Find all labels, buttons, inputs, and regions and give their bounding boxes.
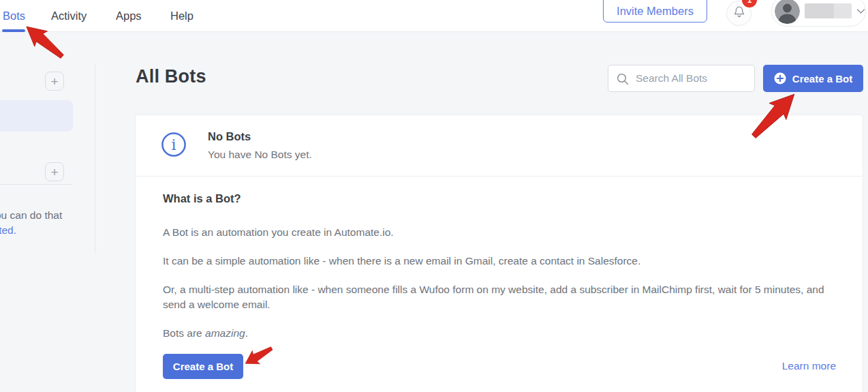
sidebar-selected-item[interactable] bbox=[0, 100, 73, 132]
sidebar-truncated-link[interactable]: rted. bbox=[0, 224, 16, 237]
svg-text:i: i bbox=[171, 136, 176, 153]
nav-tab-help[interactable]: Help bbox=[170, 0, 193, 32]
search-box bbox=[608, 65, 755, 92]
account-menu[interactable] bbox=[771, 0, 866, 27]
invite-members-button[interactable]: Invite Members bbox=[603, 0, 707, 22]
create-bot-button-top-label: Create a Bot bbox=[792, 73, 852, 85]
bots-card: i No Bots You have No Bots yet. What is … bbox=[135, 115, 863, 392]
avatar bbox=[775, 0, 800, 24]
create-bot-button-bottom[interactable]: Create a Bot bbox=[163, 354, 243, 379]
nav-tab-apps[interactable]: Apps bbox=[116, 0, 142, 32]
about-heading: What is a Bot? bbox=[163, 192, 241, 205]
about-paragraph-1: A Bot is an automation you create in Aut… bbox=[163, 225, 394, 240]
app-root: Bots Activity Apps Help Invite Members 1 bbox=[0, 0, 868, 392]
about-paragraph-2: It can be a simple automation like - whe… bbox=[163, 254, 640, 269]
search-icon bbox=[617, 73, 629, 88]
chevron-down-icon bbox=[856, 5, 865, 17]
sidebar-divider bbox=[0, 184, 73, 185]
about-paragraph-4: Bots are amazing. bbox=[163, 326, 248, 341]
sidebar-main-divider bbox=[95, 63, 95, 252]
about-paragraph-3: Or, a multi-step automation like - when … bbox=[163, 282, 837, 312]
empty-state-subtitle: You have No Bots yet. bbox=[208, 149, 312, 161]
learn-more-link[interactable]: Learn more bbox=[782, 360, 836, 372]
nav-tab-bots[interactable]: Bots bbox=[3, 0, 25, 32]
page-title: All Bots bbox=[136, 66, 206, 87]
empty-state-title: No Bots bbox=[208, 130, 251, 143]
nav-tab-activity[interactable]: Activity bbox=[51, 0, 87, 32]
sidebar-truncated-text: ou can do that bbox=[0, 209, 62, 222]
plus-circle-icon bbox=[774, 72, 786, 85]
redacted-username bbox=[805, 3, 852, 18]
bell-icon bbox=[733, 5, 745, 21]
search-input[interactable] bbox=[636, 65, 751, 91]
create-bot-button-top[interactable]: Create a Bot bbox=[763, 65, 863, 92]
info-icon: i bbox=[161, 132, 187, 160]
active-tab-underline bbox=[2, 29, 25, 32]
sidebar-add-folder-button-top[interactable]: + bbox=[45, 72, 64, 91]
sidebar-add-folder-button-bottom[interactable]: + bbox=[45, 162, 64, 181]
card-divider bbox=[136, 176, 863, 177]
top-navbar: Bots Activity Apps Help Invite Members 1 bbox=[0, 0, 868, 32]
amazing-italic: amazing bbox=[205, 327, 245, 339]
